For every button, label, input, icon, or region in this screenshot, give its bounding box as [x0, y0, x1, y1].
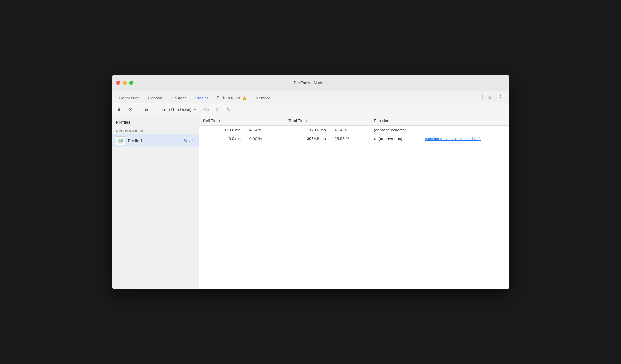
profiler-table: Self Time Total Time Function 170.6 ms 4… [199, 116, 509, 143]
function-header: Function [369, 116, 509, 126]
table-row: 0.0 ms 0.00 % 3954.8 ms 95.86 % ▶ (anony… [199, 134, 509, 143]
title-bar: DevTools - Node.js [112, 75, 509, 91]
toolbar-divider [139, 107, 139, 113]
tab-profiler[interactable]: Profiler [191, 93, 212, 103]
cpu-profiles-label: CPU PROFILES [112, 127, 199, 134]
function-name-2[interactable]: ▶ (anonymous) [369, 134, 420, 143]
view-dropdown[interactable]: Tree (Top Down) ▼ [159, 106, 199, 113]
self-time-header: Self Time [199, 116, 284, 126]
profile-thumbnail-icon [117, 138, 124, 144]
toolbar-divider-2 [155, 107, 155, 113]
minimize-button[interactable] [123, 81, 127, 85]
total-time-ms-1: 170.6 ms [284, 126, 330, 134]
stop-record-button[interactable]: ⊘ [126, 105, 135, 114]
delete-button[interactable]: 🗑 [143, 105, 151, 114]
tab-console[interactable]: Console [144, 93, 167, 103]
nav-bar: Connection Console Sources Profiler Perf… [112, 91, 509, 103]
tab-performance[interactable]: Performance [212, 93, 251, 103]
chevron-down-icon: ▼ [194, 108, 197, 111]
devtools-window: DevTools - Node.js Connection Console So… [112, 75, 509, 289]
close-filter-button[interactable]: ✕ [213, 105, 222, 114]
svg-rect-9 [121, 139, 123, 142]
settings-button[interactable]: ⚙ [486, 93, 493, 101]
warning-icon [242, 96, 247, 100]
nav-divider [482, 94, 483, 100]
total-time-ms-2: 3954.8 ms [284, 134, 330, 143]
self-time-ms-1: 170.6 ms [199, 126, 245, 134]
save-profile-button[interactable]: Save [182, 138, 194, 144]
total-time-header: Total Time [284, 116, 369, 126]
traffic-lights [116, 81, 133, 85]
main-content: Profiles CPU PROFILES Profile 1 [112, 116, 509, 289]
profiles-heading: Profiles [112, 120, 199, 127]
more-button[interactable]: ⋮ [497, 93, 505, 101]
window-title: DevTools - Node.js [294, 80, 327, 85]
total-time-pct-1: 4.14 % [330, 126, 370, 134]
data-panel: Self Time Total Time Function 170.6 ms 4… [199, 116, 509, 289]
svg-point-1 [205, 109, 207, 110]
view-dropdown-label: Tree (Top Down) [162, 107, 192, 112]
toolbar: ● ⊘ 🗑 Tree (Top Down) ▼ ✕ ↻ [112, 103, 509, 116]
nav-right-actions: ⚙ ⋮ [482, 93, 505, 101]
sidebar: Profiles CPU PROFILES Profile 1 [112, 116, 199, 289]
record-button[interactable]: ● [115, 105, 124, 114]
self-time-pct-2: 0.00 % [245, 134, 284, 143]
table-row: 170.6 ms 4.14 % 170.6 ms 4.14 % (garbage… [199, 126, 509, 134]
tab-memory[interactable]: Memory [251, 93, 274, 103]
tab-connection[interactable]: Connection [115, 93, 144, 103]
eye-icon [203, 107, 209, 112]
refresh-button[interactable]: ↻ [224, 105, 233, 114]
close-button[interactable] [116, 81, 120, 85]
profile-icon [116, 136, 125, 145]
profile-name: Profile 1 [128, 139, 179, 143]
function-name-1: (garbage collector) [369, 126, 509, 134]
self-time-ms-2: 0.0 ms [199, 134, 245, 143]
svg-rect-8 [119, 140, 121, 142]
expand-arrow-icon: ▶ [374, 137, 376, 141]
file-link-2[interactable]: node:internal/m… main_module:1 [420, 134, 509, 143]
eye-button[interactable] [202, 105, 211, 114]
profile-item[interactable]: Profile 1 Save [112, 134, 199, 147]
maximize-button[interactable] [129, 81, 133, 85]
total-time-pct-2: 95.86 % [330, 134, 370, 143]
tab-sources[interactable]: Sources [167, 93, 191, 103]
self-time-pct-1: 4.14 % [245, 126, 284, 134]
